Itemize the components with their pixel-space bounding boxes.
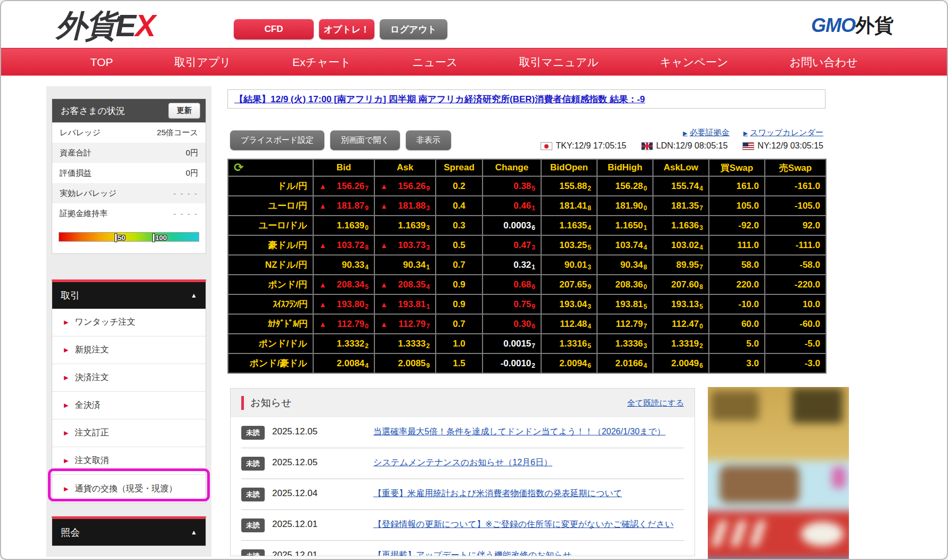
mark-all-read-link[interactable]: 全て既読にする <box>627 398 684 408</box>
price-row-ドル/円[interactable]: ドル/円▲156.267▲156.2690.20.385155.882156.2… <box>228 176 826 196</box>
menu-arrow-icon: ▶ <box>64 374 68 381</box>
change-cell: 0.759 <box>483 294 541 314</box>
notice-row: 未読2025.12.01【再掲載】アップデートに伴う機能改修のお知らせ <box>241 540 684 556</box>
nav-item-2[interactable]: 取引アプリ <box>174 55 231 70</box>
ad-banner[interactable] <box>708 387 849 560</box>
price-row-ユーロ/ドル[interactable]: ユーロ/ドル1.163901.163930.30.000361.163541.1… <box>228 216 826 235</box>
ask-cell[interactable]: ▲103.733 <box>374 235 436 255</box>
uk-flag <box>641 142 653 150</box>
bid-cell[interactable]: 1.16390 <box>313 216 374 235</box>
toolbar-button-3[interactable]: 非表示 <box>406 130 451 150</box>
refresh-header-cell[interactable]: ⟳ <box>228 159 313 176</box>
status-row: 資産合計0円 <box>52 143 206 163</box>
quick-link-1[interactable]: ▶必要証拠金 <box>683 128 729 138</box>
spread-cell: 0.4 <box>436 196 483 216</box>
bidhigh-cell: 181.900 <box>597 196 653 216</box>
up-arrow-icon: ▲ <box>319 320 326 328</box>
bid-cell[interactable]: ▲156.267 <box>313 176 374 196</box>
trade-menu-item-3[interactable]: ▶決済注文 <box>52 364 206 392</box>
nav-item-1[interactable]: TOP <box>91 56 113 69</box>
world-clocks: TKY:12/9 17:05:15LDN:12/9 08:05:15NY:12/… <box>541 141 823 151</box>
bidopen-cell: 181.418 <box>541 196 597 216</box>
nav-item-3[interactable]: Exチャート <box>292 55 351 70</box>
bid-cell[interactable]: ▲193.802 <box>313 294 374 314</box>
bid-cell[interactable]: ▲181.879 <box>313 196 374 216</box>
sidebar: お客さまの状況 更新 レバレッジ25倍コース資産合計0円評価損益0円実効レバレッ… <box>46 86 211 557</box>
quick-link-2[interactable]: ▶スワップカレンダー <box>743 128 823 138</box>
trade-menu-item-4[interactable]: ▶全決済 <box>52 392 206 419</box>
change-cell: 0.00157 <box>483 334 541 353</box>
notice-link[interactable]: システムメンテナンスのお知らせ（12月6日） <box>373 456 684 470</box>
up-arrow-icon: ▲ <box>380 202 388 210</box>
spread-cell: 0.5 <box>436 235 483 255</box>
price-row-ｽｲｽﾌﾗﾝ/円[interactable]: ｽｲｽﾌﾗﾝ/円▲193.802▲193.8110.90.759193.0431… <box>228 294 826 314</box>
notices-panel: お知らせ 全て既読にする 未読2025.12.05当選確率最大5倍！条件を達成し… <box>230 388 695 556</box>
ask-cell[interactable]: 1.16393 <box>374 216 436 235</box>
clock: NY:12/9 03:05:15 <box>742 141 823 151</box>
spread-cell: 0.9 <box>436 275 483 294</box>
trade-menu-item-5[interactable]: ▶注文訂正 <box>52 419 206 447</box>
asklow-cell: 2.00496 <box>653 353 709 373</box>
up-arrow-icon: ▲ <box>319 241 326 250</box>
trade-section-header[interactable]: 取引 ▲ <box>52 282 206 309</box>
nav-item-6[interactable]: キャンペーン <box>660 55 728 70</box>
customer-status-panel: お客さまの状況 更新 レバレッジ25倍コース資産合計0円評価損益0円実効レバレッ… <box>52 98 206 254</box>
trade-menu-item-6[interactable]: ▶注文取消 <box>52 447 206 475</box>
ask-cell[interactable]: ▲112.797 <box>374 314 436 334</box>
change-cell: 0.385 <box>483 176 541 196</box>
price-row-ポンド/ドル[interactable]: ポンド/ドル1.333221.333321.00.001571.331651.3… <box>228 334 826 353</box>
ask-cell[interactable]: ▲156.269 <box>374 176 436 196</box>
ask-cell[interactable]: ▲193.811 <box>374 294 436 314</box>
price-row-ポンド/円[interactable]: ポンド/円▲208.345▲208.3540.90.686207.659208.… <box>228 275 826 294</box>
price-row-豪ドル/円[interactable]: 豪ドル/円▲103.728▲103.7330.50.473103.255103.… <box>228 235 826 255</box>
asklow-cell: 89.957 <box>653 255 709 275</box>
toolbar-button-2[interactable]: 別画面で開く <box>330 130 400 150</box>
bid-cell[interactable]: ▲112.790 <box>313 314 374 334</box>
notice-link[interactable]: 当選確率最大5倍！条件を達成してドンドン当てよう！！（2026/1/30まで） <box>373 425 684 439</box>
col-header: Bid <box>313 159 374 176</box>
logout-button[interactable]: ログアウト <box>380 19 447 39</box>
inquiry-section-header[interactable]: 照会 ▲ <box>52 519 206 546</box>
price-row-ユーロ/円[interactable]: ユーロ/円▲181.879▲181.8830.40.461181.418181.… <box>228 196 826 216</box>
asklow-cell: 193.135 <box>653 294 709 314</box>
bid-cell[interactable]: 1.33322 <box>313 334 374 353</box>
trade-menu-item-7[interactable]: ▶通貨の交換（現受・現渡） <box>52 475 206 503</box>
status-row: 実効レバレッジ- - - - <box>52 183 206 203</box>
ask-cell[interactable]: 1.33332 <box>374 334 436 353</box>
trade-menu-item-1[interactable]: ▶ワンタッチ注文 <box>52 309 206 336</box>
price-row-ｶﾅﾀﾞﾄﾞﾙ/円[interactable]: ｶﾅﾀﾞﾄﾞﾙ/円▲112.790▲112.7970.70.306112.484… <box>228 314 826 334</box>
notice-link[interactable]: 【登録情報の更新について】※ご登録の住所等に変更がないかご確認ください <box>373 518 684 531</box>
price-row-ポンド/豪ドル[interactable]: ポンド/豪ドル2.008442.008591.5-0.001022.009462… <box>228 353 826 373</box>
cfd-button[interactable]: CFD <box>234 19 314 39</box>
price-row-NZドル/円[interactable]: NZドル/円90.33490.3410.70.32190.01390.34889… <box>228 255 826 275</box>
sellswap-cell: -161.0 <box>765 176 826 196</box>
spread-cell: 0.9 <box>436 294 483 314</box>
inquiry-panel: 照会 ▲ <box>52 516 206 546</box>
ask-cell[interactable]: ▲181.883 <box>374 196 436 216</box>
nav-item-7[interactable]: お問い合わせ <box>789 55 857 70</box>
ask-cell[interactable]: ▲208.354 <box>374 275 436 294</box>
bid-cell[interactable]: 90.334 <box>313 255 374 275</box>
app-window: 外貨EX CFD オプトレ！ ログアウト GMO外貨 TOP取引アプリExチャー… <box>0 0 948 560</box>
bid-cell[interactable]: 2.00844 <box>313 353 374 373</box>
news-headline-link[interactable]: 【結果】12/9 (火) 17:00 [南アフリカ] 四半期 南アフリカ経済研究… <box>234 93 645 105</box>
nav-item-4[interactable]: ニュース <box>412 55 457 70</box>
menu-arrow-icon: ▶ <box>64 430 68 437</box>
gauge-mark-100: 100 <box>153 233 167 242</box>
bidhigh-cell: 208.360 <box>597 275 653 294</box>
refresh-icon[interactable]: ⟳ <box>234 161 243 174</box>
trade-menu-item-2[interactable]: ▶新規注文 <box>52 336 206 364</box>
toolbar-button-1[interactable]: プライスボード設定 <box>230 130 324 150</box>
nav-item-5[interactable]: 取引マニュアル <box>519 55 598 70</box>
bid-cell[interactable]: ▲103.728 <box>313 235 374 255</box>
pair-name: ユーロ/円 <box>228 196 313 216</box>
notice-link[interactable]: 【重要】米雇用統計および米消費者物価指数の発表延期について <box>373 487 684 500</box>
ask-cell[interactable]: 2.00859 <box>374 353 436 373</box>
up-arrow-icon: ▲ <box>319 281 326 289</box>
notice-link[interactable]: 【再掲載】アップデートに伴う機能改修のお知らせ <box>373 549 684 556</box>
bidopen-cell: 90.013 <box>541 255 597 275</box>
ask-cell[interactable]: 90.341 <box>374 255 436 275</box>
bid-cell[interactable]: ▲208.345 <box>313 275 374 294</box>
status-refresh-button[interactable]: 更新 <box>168 103 200 119</box>
optore-button[interactable]: オプトレ！ <box>319 19 374 39</box>
